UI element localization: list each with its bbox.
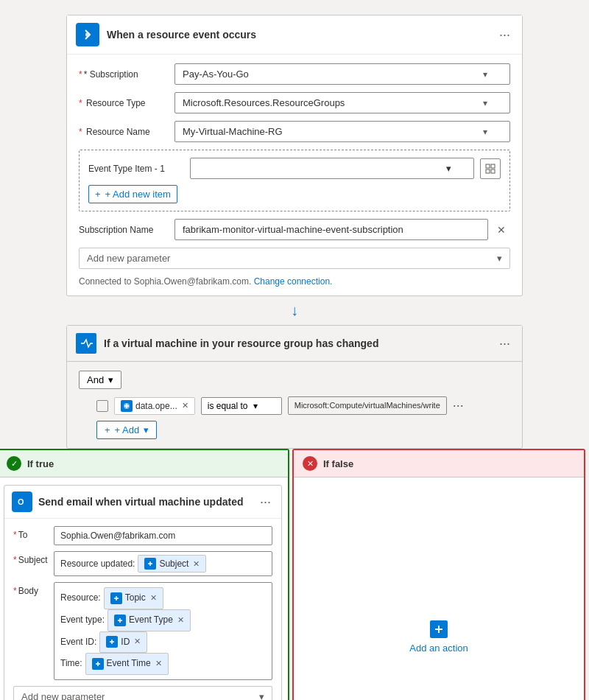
condition-block: If a virtual machine in your resource gr…	[66, 325, 523, 449]
to-row: *To	[13, 526, 272, 545]
event-type-label: Event Type Item - 1	[88, 164, 184, 174]
bottom-section: ✓ If true O Send email when virtual mach…	[0, 449, 585, 700]
subscription-row: ** Subscription Pay-As-You-Go ▾	[79, 63, 510, 85]
trigger-menu-icon[interactable]: ···	[496, 27, 513, 43]
subject-row: *Subject Resource updated: Subject ✕	[13, 551, 272, 576]
resource-type-row: * Resource Type Microsoft.Resources.Reso…	[79, 92, 510, 113]
subject-tag[interactable]: Subject ✕	[138, 555, 206, 573]
if-false-label: If false	[323, 458, 353, 469]
subscription-name-row: Subscription Name ✕	[79, 219, 510, 240]
change-connection-link[interactable]: Change connection.	[254, 276, 333, 287]
trigger-header: When a resource event occurs ···	[67, 15, 522, 55]
condition-value: Microsoft:Compute/virtualMachines/write	[288, 396, 447, 415]
add-chevron-icon: ▾	[144, 424, 149, 435]
email-menu-icon[interactable]: ···	[257, 494, 274, 510]
subject-input[interactable]: Resource updated: Subject ✕	[54, 551, 272, 576]
eventtype-tag-close-icon[interactable]: ✕	[177, 613, 184, 628]
email-body: *To *Subject Resource updated:	[4, 519, 281, 700]
eventtime-tag[interactable]: Event Time ✕	[85, 653, 169, 675]
eventtime-tag-close-icon[interactable]: ✕	[155, 657, 162, 671]
trigger-icon	[76, 23, 99, 46]
condition-title: If a virtual machine in your resource gr…	[104, 337, 496, 349]
add-an-action-area[interactable]: Add an action	[294, 477, 584, 700]
topic-tag[interactable]: Topic ✕	[104, 587, 163, 609]
condition-row: data.ope... ✕ is equal to ▾ Microsoft:Co…	[96, 396, 510, 415]
eventtype-tag-icon	[114, 615, 126, 626]
svg-point-1	[85, 32, 90, 37]
eventtype-tag[interactable]: Event Type ✕	[107, 609, 191, 631]
arrow-down-icon: ↓	[291, 296, 298, 325]
subscription-name-input[interactable]	[174, 219, 488, 240]
event-type-section: Event Type Item - 1 ▾	[79, 150, 510, 211]
connection-info: Connected to Sophia.Owen@fabrikam.com. C…	[79, 276, 510, 287]
body-resource-line: Resource: Topic ✕	[60, 587, 266, 609]
plus-icon: +	[95, 189, 101, 200]
subscription-chevron-icon: ▾	[483, 69, 487, 80]
eventtime-tag-icon	[92, 658, 104, 670]
svg-rect-3	[491, 164, 495, 168]
to-label: *To	[13, 526, 54, 540]
resource-name-row: * Resource Name My-Virtual-Machine-RG ▾	[79, 121, 510, 142]
equals-chevron-icon: ▾	[253, 401, 258, 411]
condition-header: If a virtual machine in your resource gr…	[67, 326, 522, 362]
body-eventtype-line: Event type: Event Type ✕	[60, 609, 266, 631]
topic-tag-close-icon[interactable]: ✕	[150, 591, 157, 606]
if-true-label: If true	[27, 458, 54, 469]
outlook-icon: O	[12, 491, 32, 512]
and-button[interactable]: And ▾	[79, 371, 121, 389]
svg-text:O: O	[18, 497, 24, 506]
condition-dots-icon[interactable]: ···	[453, 398, 464, 413]
svg-rect-4	[486, 169, 490, 173]
email-add-param-row[interactable]: Add new parameter ▾	[13, 686, 272, 700]
svg-rect-2	[486, 164, 490, 168]
id-tag-close-icon[interactable]: ✕	[134, 634, 141, 649]
body-row: *Body Resource: Topic ✕	[13, 582, 272, 679]
email-title: Send email when virtual machine updated	[38, 496, 257, 508]
svg-rect-5	[491, 169, 495, 173]
body-eventid-line: Event ID: ID ✕	[60, 631, 266, 654]
trigger-title: When a resource event occurs	[107, 29, 496, 41]
add-param-row[interactable]: Add new parameter ▾	[79, 248, 510, 269]
add-condition-button[interactable]: + + Add ▾	[96, 421, 157, 439]
resource-type-select[interactable]: Microsoft.Resources.ResourceGroups ▾	[174, 92, 510, 113]
condition-checkbox[interactable]	[96, 400, 108, 412]
body-label: *Body	[13, 582, 54, 596]
data-ope-tag[interactable]: data.ope... ✕	[114, 397, 195, 415]
if-false-header: ✕ If false	[294, 450, 584, 477]
subscription-label: ** Subscription	[79, 69, 174, 80]
equals-select[interactable]: is equal to ▾	[201, 397, 282, 415]
event-type-select[interactable]: ▾	[190, 158, 474, 179]
tag-close-icon[interactable]: ✕	[182, 401, 188, 410]
grid-icon[interactable]	[480, 158, 501, 179]
email-block: O Send email when virtual machine update…	[4, 485, 282, 700]
event-type-row: Event Type Item - 1 ▾	[88, 158, 501, 179]
condition-menu-icon[interactable]: ···	[496, 336, 513, 351]
subject-tag-close-icon[interactable]: ✕	[193, 559, 200, 569]
add-an-action-icon	[430, 620, 448, 638]
trigger-block: When a resource event occurs ··· ** Subs…	[66, 15, 523, 296]
event-type-chevron-icon: ▾	[446, 163, 451, 174]
subscription-name-label: Subscription Name	[79, 225, 174, 235]
resource-type-label: * Resource Type	[79, 98, 174, 108]
body-input[interactable]: Resource: Topic ✕ Event type:	[54, 582, 272, 679]
add-item-button[interactable]: + + Add new item	[88, 185, 177, 203]
resource-name-select[interactable]: My-Virtual-Machine-RG ▾	[174, 121, 510, 142]
add-plus-icon: +	[105, 424, 110, 435]
id-tag-icon	[106, 636, 118, 648]
subscription-control: Pay-As-You-Go ▾	[174, 63, 510, 85]
resource-type-control: Microsoft.Resources.ResourceGroups ▾	[174, 92, 510, 113]
email-param-chevron-icon: ▾	[259, 691, 264, 700]
if-false-section: ✕ If false Add an action	[292, 449, 585, 700]
and-chevron-icon: ▾	[108, 374, 113, 385]
resource-type-chevron-icon: ▾	[483, 98, 487, 108]
tag-icon	[121, 400, 133, 412]
resource-name-control: My-Virtual-Machine-RG ▾	[174, 121, 510, 142]
subscription-select[interactable]: Pay-As-You-Go ▾	[174, 63, 510, 85]
clear-subscription-icon[interactable]: ✕	[493, 223, 510, 237]
id-tag[interactable]: ID ✕	[99, 631, 147, 654]
body-time-line: Time: Event Time ✕	[60, 653, 266, 675]
if-true-section: ✓ If true O Send email when virtual mach…	[0, 449, 289, 700]
true-badge-icon: ✓	[7, 456, 21, 471]
to-input[interactable]	[54, 526, 272, 545]
subject-tag-icon	[144, 558, 156, 570]
